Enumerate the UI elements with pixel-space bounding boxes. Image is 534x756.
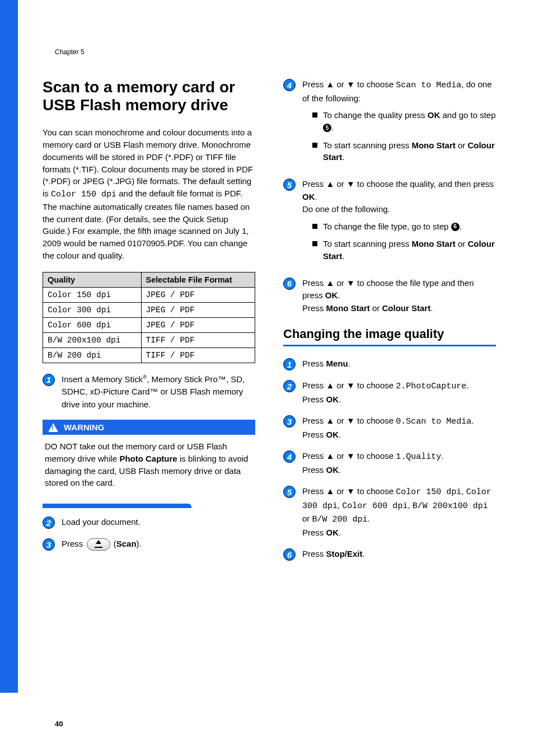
intro-text-b: and the default file format is PDF. The … [43,189,250,260]
scan-glyph-icon [95,541,102,548]
step-4: 4 Press ▲ or ▼ to choose Scan to Media, … [283,78,496,169]
page-accent-bar [0,0,18,693]
step-badge-6: 6 [283,548,296,561]
change-step-6: 6 Press Stop/Exit. [283,548,496,561]
list-item: To start scanning press Mono Start or Co… [312,238,496,262]
step-2-body: Load your document. [62,516,255,529]
square-bullet-icon [312,241,317,246]
step-1: 1 Insert a Memory Stick®, Memory Stick P… [43,373,255,411]
change-step-4: 4 Press ▲ or ▼ to choose 1.Quality. Pres… [283,450,496,476]
step-badge-2: 2 [43,516,55,529]
subsection-heading-wrap: Changing the image quality [283,327,496,346]
step-ref-6: 6 [451,223,460,231]
section-heading: Scan to a memory card or USB Flash memor… [43,78,255,114]
step-badge-1: 1 [43,374,55,386]
step-badge-6: 6 [283,278,296,290]
step-badge-2: 2 [283,380,296,392]
step-badge-4: 4 [283,79,296,91]
step-4-bullets: To change the quality press OK and go to… [312,109,496,163]
square-bullet-icon [312,112,317,118]
step-6-body: Press ▲ or ▼ to choose the file type and… [302,277,496,315]
scan-button-icon [87,538,110,551]
step-6: 6 Press ▲ or ▼ to choose the file type a… [283,277,496,315]
step-badge-3: 3 [43,538,55,551]
step-badge-5: 5 [283,179,296,191]
step-5-bullets: To change the file type, go to step 6. T… [312,220,496,262]
intro-mono: Color 150 dpi [51,190,116,199]
warning-header: WARNING [43,420,255,435]
page-content: Scan to a memory card or USB Flash memor… [43,78,496,570]
intro-paragraph: You can scan monochrome and colour docum… [43,126,255,261]
step-3: 3 Press (Scan). [43,538,255,551]
intro-text-a: You can scan monochrome and colour docum… [43,128,253,198]
warning-icon [48,423,58,432]
table-header-format: Selectable File Format [141,272,255,287]
list-item: To change the quality press OK and go to… [312,109,496,134]
warning-bottom-rule [43,504,191,508]
step-5-body: Press ▲ or ▼ to choose the quality, and … [302,178,496,268]
table-row: Color 600 dpiJPEG / PDF [43,317,255,332]
step-badge-5: 5 [283,486,296,498]
table-row: Color 150 dpiJPEG / PDF [43,287,255,302]
page-number: 40 [55,720,63,728]
warning-box: WARNING DO NOT take out the memory card … [43,420,255,496]
table-row: B/W 200x100 dpiTIFF / PDF [43,332,255,348]
step-1-body: Insert a Memory Stick®, Memory Stick Pro… [62,373,255,411]
quality-table: Quality Selectable File Format Color 150… [43,272,255,363]
change-step-5: 5 Press ▲ or ▼ to choose Color 150 dpi, … [283,485,496,539]
step-5: 5 Press ▲ or ▼ to choose the quality, an… [283,178,496,268]
change-step-1: 1 Press Menu. [283,358,496,370]
square-bullet-icon [312,224,317,229]
step-badge-4: 4 [283,450,296,463]
right-column: 4 Press ▲ or ▼ to choose Scan to Media, … [283,78,496,570]
list-item: To start scanning press Mono Start or Co… [312,139,496,164]
table-header-quality: Quality [43,272,142,287]
warning-text: DO NOT take out the memory card or USB F… [43,440,255,496]
warning-label: WARNING [64,422,105,432]
step-ref-5: 5 [323,124,331,132]
table-row: B/W 200 dpiTIFF / PDF [43,348,255,363]
step-badge-1: 1 [283,358,296,370]
step-4-body: Press ▲ or ▼ to choose Scan to Media, do… [302,78,496,169]
chapter-label: Chapter 5 [55,48,85,56]
step-2: 2 Load your document. [43,516,255,529]
subsection-heading: Changing the image quality [283,327,496,341]
step-badge-3: 3 [283,415,296,428]
change-step-3: 3 Press ▲ or ▼ to choose 0.Scan to Media… [283,415,496,441]
square-bullet-icon [312,143,317,148]
table-row: Color 300 dpiJPEG / PDF [43,302,255,317]
change-step-2: 2 Press ▲ or ▼ to choose 2.PhotoCapture.… [283,379,496,406]
list-item: To change the file type, go to step 6. [312,220,496,233]
left-column: Scan to a memory card or USB Flash memor… [43,78,255,570]
step-3-body: Press (Scan). [62,538,255,551]
heading-underline [283,345,496,346]
